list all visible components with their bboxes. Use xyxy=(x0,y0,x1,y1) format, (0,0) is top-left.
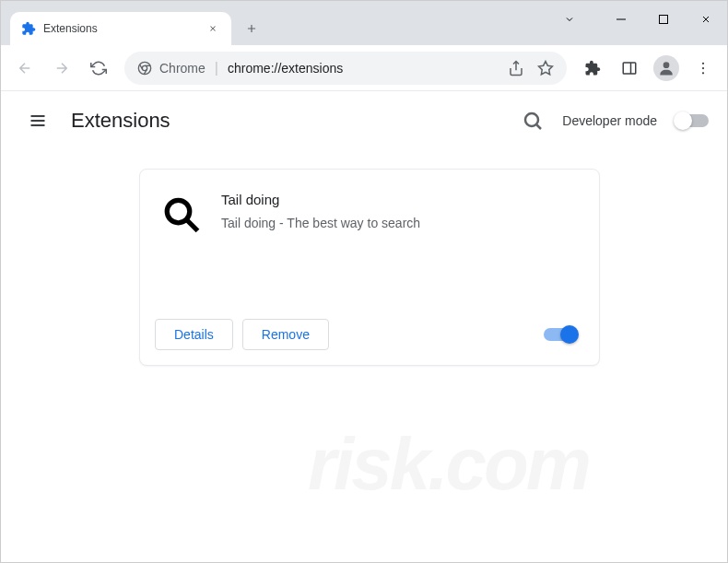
url-path: chrome://extensions xyxy=(228,61,343,76)
svg-point-11 xyxy=(702,62,704,64)
extensions-icon[interactable] xyxy=(576,52,609,85)
extensions-header: Extensions Developer mode xyxy=(1,91,727,150)
developer-mode-toggle[interactable] xyxy=(675,114,709,127)
extension-card: Tail doing Tail doing - The best way to … xyxy=(139,169,600,366)
hamburger-menu-icon[interactable] xyxy=(19,102,56,139)
svg-point-19 xyxy=(167,200,190,223)
svg-point-17 xyxy=(525,113,538,126)
forward-button[interactable] xyxy=(45,52,78,85)
window-controls xyxy=(548,1,727,38)
url-separator: | xyxy=(215,60,218,76)
svg-point-12 xyxy=(702,66,704,68)
svg-line-20 xyxy=(186,219,197,230)
tab-title: Extensions xyxy=(43,22,205,35)
new-tab-button[interactable] xyxy=(239,16,264,41)
chrome-icon xyxy=(137,61,152,76)
browser-toolbar: Chrome | chrome://extensions xyxy=(1,45,727,91)
kebab-menu-icon[interactable] xyxy=(687,52,720,85)
maximize-button[interactable] xyxy=(642,1,685,38)
puzzle-piece-icon xyxy=(21,21,36,36)
extension-name: Tail doing xyxy=(221,192,577,207)
watermark: risk.com xyxy=(308,422,589,507)
svg-rect-8 xyxy=(623,63,636,74)
address-bar[interactable]: Chrome | chrome://extensions xyxy=(124,52,567,85)
svg-point-13 xyxy=(702,72,704,74)
extensions-list: Tail doing Tail doing - The best way to … xyxy=(1,150,727,366)
search-icon xyxy=(162,195,201,234)
svg-line-18 xyxy=(537,125,542,130)
search-icon[interactable] xyxy=(522,110,544,132)
share-icon[interactable] xyxy=(508,60,524,76)
url-prefix: Chrome xyxy=(159,61,205,76)
details-button[interactable]: Details xyxy=(155,319,233,350)
close-tab-button[interactable] xyxy=(205,21,220,36)
extension-enable-toggle[interactable] xyxy=(544,328,577,341)
svg-point-10 xyxy=(663,62,670,68)
reload-button[interactable] xyxy=(82,52,115,85)
chevron-down-icon[interactable] xyxy=(548,1,591,38)
back-button[interactable] xyxy=(8,52,41,85)
remove-button[interactable]: Remove xyxy=(242,319,329,350)
svg-marker-7 xyxy=(539,61,553,74)
svg-rect-1 xyxy=(660,16,668,24)
close-window-button[interactable] xyxy=(685,1,727,38)
extension-description: Tail doing - The best way to search xyxy=(221,215,577,233)
window-titlebar: Extensions xyxy=(1,1,727,45)
sidepanel-icon[interactable] xyxy=(613,52,646,85)
minimize-button[interactable] xyxy=(600,1,642,38)
svg-rect-0 xyxy=(616,19,626,20)
bookmark-star-icon[interactable] xyxy=(537,60,554,76)
page-title: Extensions xyxy=(71,109,170,133)
avatar-icon xyxy=(653,55,679,81)
browser-tab[interactable]: Extensions xyxy=(10,12,231,45)
profile-button[interactable] xyxy=(650,52,683,85)
developer-mode-label: Developer mode xyxy=(562,113,657,128)
